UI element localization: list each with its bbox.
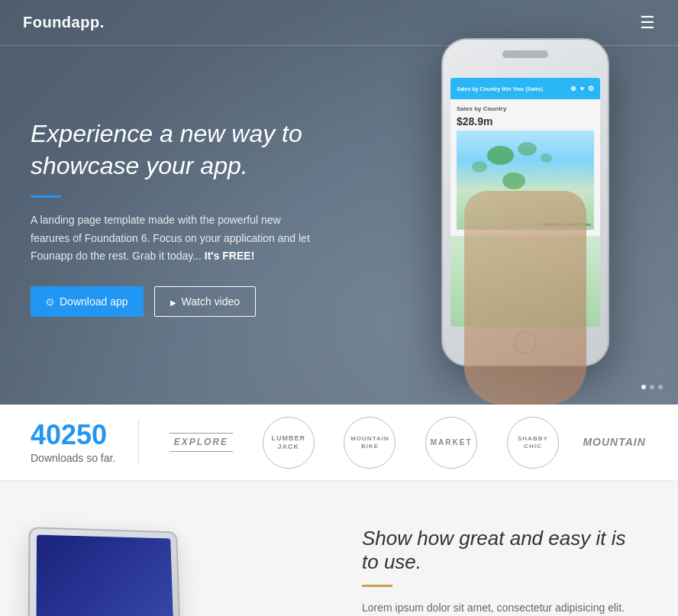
stats-label: Downloads so far. <box>31 452 115 464</box>
phone-screen-icons: ⊕ ♥ ⚙ <box>570 85 594 92</box>
download-app-button[interactable]: Download app <box>31 286 144 317</box>
brand-explore: EXPLORE <box>170 433 233 451</box>
stats-block: 40250 Downloads so far. <box>31 421 115 464</box>
phone-notch <box>502 50 548 58</box>
section2-description: Lorem ipsum dolor sit amet, consectetur … <box>362 599 647 616</box>
brand-mountain: Mountain <box>589 417 641 469</box>
map-attribution: World Map Leaflet Data <box>543 222 591 227</box>
map-blob-2 <box>518 142 537 156</box>
brand-shabbychic: SHABBYCHIC <box>507 417 559 469</box>
tablet-screen <box>36 535 173 616</box>
hero-title: Experience a new way to showcase your ap… <box>31 118 321 182</box>
hero-buttons: Download app Watch video <box>31 286 321 317</box>
hero-description: A landing page template made with the po… <box>31 211 321 264</box>
section2-right: Show how great and easy it is to use. Lo… <box>347 527 647 616</box>
dot-1 <box>641 385 646 389</box>
hero-divider <box>31 195 61 198</box>
phone-map: World Map Leaflet Data <box>457 131 594 230</box>
map-blob-5 <box>541 153 552 163</box>
section2: Show how great and easy it is to use. Lo… <box>0 481 678 616</box>
phone-outer: Sales by Country this Year (Sales) ⊕ ♥ ⚙… <box>441 38 609 366</box>
dot-2 <box>650 385 654 389</box>
brand-logos: EXPLORE LUMBERJACK MOUNTAINBIKE MARKET S… <box>162 417 647 469</box>
phone-screen-title: Sales by Country this Year (Sales) <box>457 86 543 92</box>
play-icon <box>170 295 176 308</box>
section2-left <box>31 528 316 616</box>
brand-mountainbike: MOUNTAINBIKE <box>344 417 396 469</box>
phone-screen-content: Sales by Country $28.9m World Map Leafle… <box>450 99 600 236</box>
stats-divider <box>138 420 139 466</box>
hamburger-icon[interactable] <box>640 15 655 31</box>
map-blob-1 <box>487 146 514 165</box>
phone-value: $28.9m <box>457 115 594 127</box>
hero-dots <box>641 385 663 389</box>
phone-home-button <box>514 331 537 354</box>
stats-number: 40250 <box>31 421 115 449</box>
navbar: Foundapp. <box>0 0 678 46</box>
logo-suffix: app. <box>72 14 105 31</box>
map-blob-3 <box>472 161 487 173</box>
logo-prefix: Found <box>23 14 72 31</box>
stats-bar: 40250 Downloads so far. EXPLORE LUMBERJA… <box>0 405 678 481</box>
tablet-mockup <box>27 527 180 616</box>
brand-lumberjack: LUMBERJACK <box>263 417 315 469</box>
brand-market: MARKET <box>425 417 477 469</box>
download-icon <box>46 295 54 308</box>
section2-divider <box>362 585 392 587</box>
hero-content: Experience a new way to showcase your ap… <box>0 118 351 316</box>
logo: Foundapp. <box>23 14 105 31</box>
section2-title: Show how great and easy it is to use. <box>362 527 647 574</box>
phone-screen-bar: Sales by Country this Year (Sales) ⊕ ♥ ⚙ <box>450 78 600 99</box>
watch-video-button[interactable]: Watch video <box>154 286 257 317</box>
dot-3 <box>658 385 663 389</box>
phone-screen: Sales by Country this Year (Sales) ⊕ ♥ ⚙… <box>450 78 600 327</box>
phone-mockup: Sales by Country this Year (Sales) ⊕ ♥ ⚙… <box>418 38 632 397</box>
hero-section: Experience a new way to showcase your ap… <box>0 0 678 405</box>
map-blob-4 <box>502 173 525 189</box>
